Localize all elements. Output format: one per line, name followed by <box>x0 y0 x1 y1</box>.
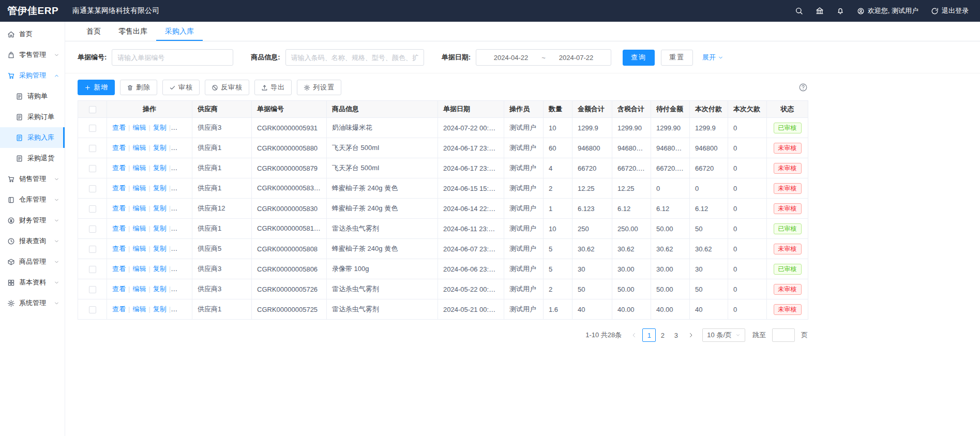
export-icon <box>261 84 268 91</box>
row-action-edit[interactable]: 编辑 <box>132 184 146 192</box>
row-action-edit[interactable]: 编辑 <box>132 285 146 293</box>
row-action-copy[interactable]: 复制 <box>153 184 167 192</box>
date-to-value[interactable]: 2024-07-22 <box>559 54 594 62</box>
row-action-copy[interactable]: 复制 <box>153 204 167 212</box>
help-icon[interactable] <box>798 83 808 92</box>
welcome-user[interactable]: 欢迎您, 测试用户 <box>857 6 918 16</box>
next-page-button[interactable] <box>686 332 696 338</box>
page-button-2[interactable]: 2 <box>656 328 669 342</box>
add-button[interactable]: 新增 <box>78 80 115 95</box>
cell-supplier: 供应商3 <box>192 279 252 299</box>
row-action-view[interactable]: 查看 <box>112 285 126 293</box>
row-checkbox[interactable] <box>89 306 96 313</box>
row-action-copy[interactable]: 复制 <box>153 144 167 152</box>
cart-icon <box>7 72 15 80</box>
row-action-copy[interactable]: 复制 <box>153 245 167 252</box>
row-action-copy[interactable]: 复制 <box>153 285 167 293</box>
row-action-view[interactable]: 查看 <box>112 224 126 232</box>
page-button-1[interactable]: 1 <box>642 328 656 342</box>
row-actions-cell: 查看|编辑|复制|删除 <box>107 279 192 299</box>
prev-page-button[interactable] <box>629 332 639 338</box>
row-checkbox[interactable] <box>89 165 96 172</box>
sidebar-item-purchase-request[interactable]: 请购单 <box>0 86 65 107</box>
row-action-view[interactable]: 查看 <box>112 245 126 252</box>
bank-icon[interactable] <box>816 7 824 15</box>
row-action-copy[interactable]: 复制 <box>153 265 167 273</box>
row-action-view[interactable]: 查看 <box>112 305 126 313</box>
row-checkbox[interactable] <box>89 205 96 213</box>
logout-button[interactable]: 退出登录 <box>931 6 969 16</box>
row-action-view[interactable]: 查看 <box>112 164 126 172</box>
sidebar-item-purchase[interactable]: 采购管理 <box>0 65 65 86</box>
row-action-edit[interactable]: 编辑 <box>132 265 146 273</box>
row-action-copy[interactable]: 复制 <box>153 124 167 131</box>
row-action-edit[interactable]: 编辑 <box>132 204 146 212</box>
expand-link[interactable]: 展开 <box>702 53 723 62</box>
jump-page-input[interactable] <box>772 328 795 342</box>
row-checkbox[interactable] <box>89 286 96 293</box>
bill-no-input[interactable] <box>112 49 233 66</box>
row-checkbox[interactable] <box>89 225 96 233</box>
sidebar-item-label: 采购入库 <box>27 133 59 142</box>
sidebar-item-sales[interactable]: 销售管理 <box>0 169 65 189</box>
sidebar-item-products[interactable]: 商品管理 <box>0 251 65 272</box>
row-action-copy[interactable]: 复制 <box>153 305 167 313</box>
row-action-edit[interactable]: 编辑 <box>132 224 146 232</box>
column-header: 本次付款 <box>690 101 728 118</box>
date-range-picker[interactable]: 2024-04-22 ~ 2024-07-22 <box>476 49 611 66</box>
delete-button[interactable]: 删除 <box>120 80 157 95</box>
row-action-view[interactable]: 查看 <box>112 124 126 131</box>
row-action-view[interactable]: 查看 <box>112 204 126 212</box>
page-button-3[interactable]: 3 <box>669 328 683 342</box>
action-separator: | <box>128 164 130 172</box>
row-action-view[interactable]: 查看 <box>112 144 126 152</box>
tab-home[interactable]: 首页 <box>78 22 110 41</box>
sidebar-item-basic-data[interactable]: 基本资料 <box>0 272 65 293</box>
sidebar-item-warehouse[interactable]: 仓库管理 <box>0 189 65 210</box>
row-action-edit[interactable]: 编辑 <box>132 124 146 131</box>
row-action-copy[interactable]: 复制 <box>153 164 167 172</box>
row-action-edit[interactable]: 编辑 <box>132 164 146 172</box>
row-checkbox[interactable] <box>89 266 96 273</box>
column-header: 状态 <box>767 101 808 118</box>
sidebar-item-finance[interactable]: 财务管理 <box>0 210 65 231</box>
row-checkbox[interactable] <box>89 125 96 132</box>
page-size-select[interactable]: 10 条/页 <box>702 328 745 342</box>
row-action-edit[interactable]: 编辑 <box>132 245 146 252</box>
bell-icon[interactable] <box>836 7 845 15</box>
unaudit-button[interactable]: 反审核 <box>205 80 249 95</box>
sidebar-item-system[interactable]: 系统管理 <box>0 293 65 313</box>
cell-quantity: 5 <box>544 259 572 279</box>
sidebar-item-purchase-order[interactable]: 采购订单 <box>0 107 65 127</box>
row-checkbox[interactable] <box>89 246 96 253</box>
sidebar-item-retail[interactable]: 零售管理 <box>0 44 65 65</box>
row-action-view[interactable]: 查看 <box>112 265 126 273</box>
date-from-value[interactable]: 2024-04-22 <box>494 54 529 62</box>
cell-tax-total: 30.00 <box>612 259 651 279</box>
search-button[interactable]: 查询 <box>623 50 655 66</box>
cell-supplier: 供应商1 <box>192 299 252 320</box>
reset-button[interactable]: 重置 <box>661 50 693 66</box>
row-action-copy[interactable]: 复制 <box>153 224 167 232</box>
search-icon[interactable] <box>795 7 803 15</box>
row-action-edit[interactable]: 编辑 <box>132 144 146 152</box>
row-checkbox[interactable] <box>89 185 96 192</box>
sidebar-item-reports[interactable]: 报表查询 <box>0 231 65 251</box>
cell-supplier: 供应商1 <box>192 158 252 178</box>
sidebar-item-home[interactable]: 首页 <box>0 24 65 44</box>
cell-supplier: 供应商5 <box>192 239 252 259</box>
tab-purchase-inbound[interactable]: 采购入库 <box>156 22 203 41</box>
row-action-edit[interactable]: 编辑 <box>132 305 146 313</box>
sidebar-item-purchase-return[interactable]: 采购退货 <box>0 148 65 169</box>
action-separator: | <box>128 204 130 212</box>
sidebar-item-purchase-inbound[interactable]: 采购入库 <box>0 127 65 148</box>
audit-button[interactable]: 审核 <box>162 80 200 95</box>
export-button[interactable]: 导出 <box>254 80 292 95</box>
cell-bill-date: 2024-06-14 22:24:34 <box>438 199 504 219</box>
row-checkbox[interactable] <box>89 145 96 152</box>
row-action-view[interactable]: 查看 <box>112 184 126 192</box>
column-settings-button[interactable]: 列设置 <box>297 80 341 95</box>
product-info-input[interactable] <box>285 49 424 66</box>
tab-retail-outbound[interactable]: 零售出库 <box>110 22 156 41</box>
select-all-checkbox[interactable] <box>89 106 96 113</box>
